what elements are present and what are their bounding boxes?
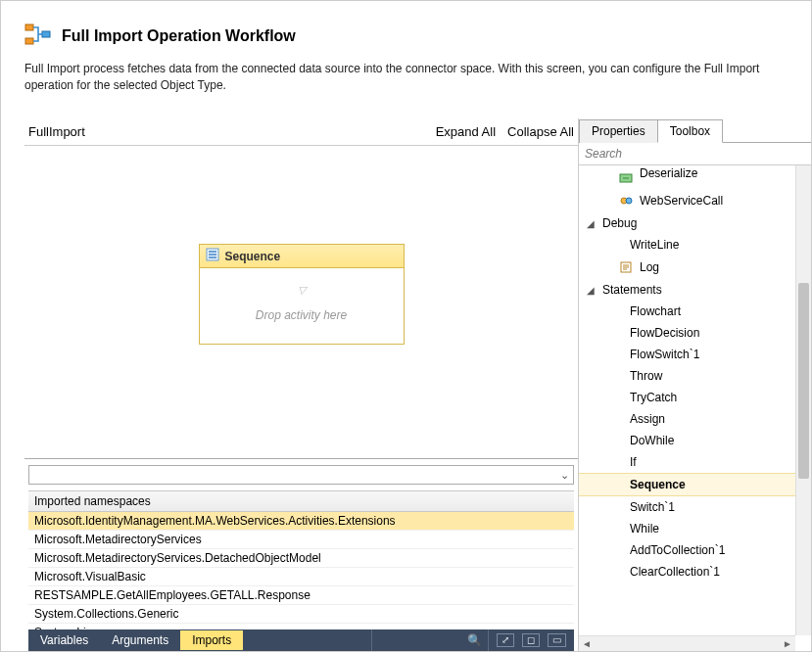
toolbox-item-label: WebServiceCall: [640, 194, 723, 208]
svg-rect-5: [209, 254, 216, 256]
svg-rect-0: [25, 24, 33, 30]
scroll-left-icon[interactable]: ◄: [579, 638, 595, 649]
sequence-activity[interactable]: Sequence ▽ Drop activity here: [199, 244, 405, 345]
namespace-row[interactable]: Microsoft.IdentityManagement.MA.WebServi…: [28, 512, 574, 531]
toolbox-item[interactable]: WriteLine: [579, 234, 795, 256]
designer-footer: Variables Arguments Imports 🔍 ⤢ ◻ ▭: [28, 629, 574, 651]
toolbox-item[interactable]: AddToCollection`1: [579, 539, 795, 561]
toolbox-item[interactable]: Log: [579, 256, 795, 279]
namespace-row[interactable]: Microsoft.MetadirectoryServices.Detached…: [28, 549, 574, 568]
sequence-title: Sequence: [225, 250, 281, 263]
toolbox-item-label: Switch`1: [630, 500, 675, 514]
expand-all-link[interactable]: Expand All: [436, 124, 496, 139]
svg-rect-2: [42, 31, 50, 37]
scroll-right-icon[interactable]: ►: [780, 638, 795, 649]
toolbox-item-label: Log: [640, 260, 659, 274]
deserialize-icon: [618, 169, 634, 185]
toolbox-item-label: If: [630, 455, 637, 469]
toolbox-item[interactable]: Sequence: [579, 473, 795, 496]
page-title: Full Import Operation Workflow: [62, 27, 296, 45]
toolbox-category[interactable]: ◢Statements: [579, 279, 795, 301]
toolbox-item-label: FlowDecision: [630, 326, 699, 340]
toolbox-item[interactable]: Flowchart: [579, 301, 795, 322]
svg-point-9: [626, 198, 632, 204]
svg-rect-4: [209, 251, 216, 253]
tab-properties[interactable]: Properties: [579, 119, 658, 143]
arguments-tab[interactable]: Arguments: [100, 630, 180, 650]
svg-rect-6: [209, 256, 216, 258]
search-icon: 🔍: [467, 633, 482, 647]
breadcrumb[interactable]: FullImport: [28, 124, 85, 139]
expander-icon: ◢: [587, 285, 597, 296]
vertical-scrollbar[interactable]: [795, 165, 811, 635]
toolbox-item[interactable]: Throw: [579, 365, 795, 387]
toolbox-item[interactable]: TryCatch: [579, 387, 795, 408]
namespace-row[interactable]: Microsoft.MetadirectoryServices: [28, 531, 574, 549]
toolbox-item[interactable]: ClearCollection`1: [579, 561, 795, 582]
workflow-canvas[interactable]: Sequence ▽ Drop activity here: [24, 146, 578, 458]
toolbox-item[interactable]: Switch`1: [579, 496, 795, 518]
page-description: Full Import process fetches data from th…: [24, 61, 788, 94]
tab-toolbox[interactable]: Toolbox: [657, 119, 723, 143]
toolbox-item-label: DoWhile: [630, 434, 674, 447]
drop-hint: Drop activity here: [200, 308, 404, 322]
namespace-combo[interactable]: ⌄: [28, 465, 574, 485]
namespaces-header: Imported namespaces: [28, 490, 574, 512]
namespace-row[interactable]: RESTSAMPLE.GetAllEmployees.GETALL.Respon…: [28, 586, 574, 605]
toolbox-item-label: Deserialize: [640, 166, 697, 180]
toolbox-item-label: Sequence: [630, 478, 686, 491]
toolbox-item[interactable]: If: [579, 451, 795, 473]
drop-arrow-icon: ▽: [200, 284, 404, 297]
toolbox-item[interactable]: Deserialize: [579, 165, 795, 189]
webservice-icon: [618, 193, 634, 209]
toolbox-item-label: While: [630, 522, 659, 536]
toolbox-item-label: AddToCollection`1: [630, 543, 725, 557]
toolbox-item-label: TryCatch: [630, 391, 677, 404]
toolbox-item[interactable]: FlowSwitch`1: [579, 344, 795, 365]
toolbox-item-label: Debug: [602, 216, 637, 230]
minimap-icon[interactable]: ▭: [548, 633, 566, 647]
toolbox-item-label: Statements: [602, 283, 662, 297]
namespace-row[interactable]: System.Collections.Generic: [28, 605, 574, 624]
toolbox-item[interactable]: DoWhile: [579, 430, 795, 451]
log-icon: [618, 259, 634, 275]
toolbox-item-label: Assign: [630, 412, 665, 426]
variables-tab[interactable]: Variables: [28, 630, 100, 650]
toolbox-item[interactable]: WebServiceCall: [579, 189, 795, 212]
footer-search[interactable]: 🔍: [371, 629, 489, 651]
toolbox-tree: DeserializeWebServiceCall◢DebugWriteLine…: [579, 165, 795, 635]
svg-rect-1: [25, 38, 33, 44]
toolbox-item-label: ClearCollection`1: [630, 565, 720, 579]
toolbox-item-label: Throw: [630, 369, 662, 383]
namespace-row[interactable]: Microsoft.VisualBasic: [28, 568, 574, 586]
chevron-down-icon: ⌄: [560, 469, 569, 482]
workflow-icon: [24, 21, 52, 51]
toolbox-search-input[interactable]: [579, 143, 811, 165]
toolbox-item-label: Flowchart: [630, 304, 681, 318]
toolbox-item[interactable]: FlowDecision: [579, 322, 795, 344]
zoom-icon[interactable]: ⤢: [497, 633, 514, 647]
namespaces-list: Microsoft.IdentityManagement.MA.WebServi…: [28, 512, 574, 629]
overview-icon[interactable]: ◻: [522, 633, 540, 647]
expander-icon: ◢: [587, 218, 597, 229]
toolbox-category[interactable]: ◢Debug: [579, 212, 795, 234]
horizontal-scrollbar[interactable]: ◄ ►: [579, 635, 795, 651]
imports-tab[interactable]: Imports: [180, 630, 243, 650]
toolbox-item-label: FlowSwitch`1: [630, 348, 699, 361]
collapse-all-link[interactable]: Collapse All: [507, 124, 574, 139]
toolbox-item-label: WriteLine: [630, 238, 679, 252]
toolbox-item[interactable]: While: [579, 518, 795, 539]
toolbox-item[interactable]: Assign: [579, 408, 795, 430]
sequence-icon: [206, 248, 219, 264]
